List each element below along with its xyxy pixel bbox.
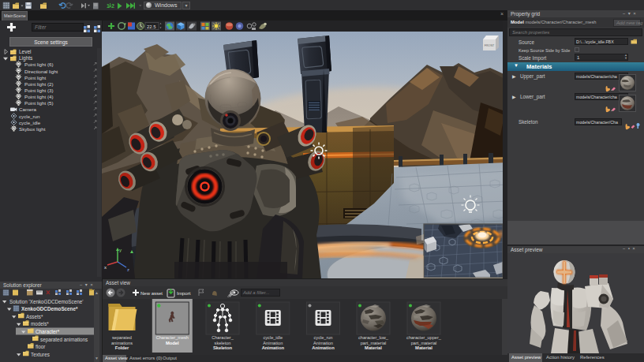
svg-text:Animation: Animation xyxy=(313,341,333,345)
svg-text:Material: Material xyxy=(365,345,382,350)
svg-text:2: 2 xyxy=(111,3,114,9)
svg-text:cycle_run: cycle_run xyxy=(19,114,40,119)
svg-text:22.5: 22.5 xyxy=(147,24,156,29)
svg-text:floor: floor xyxy=(36,344,45,349)
svg-text:Skeleton: Skeleton xyxy=(213,345,233,350)
svg-text:Material: Material xyxy=(415,345,432,350)
svg-text:Character_mesh: Character_mesh xyxy=(156,335,189,340)
svg-text:z: z xyxy=(127,267,129,272)
svg-text:cycle_idle: cycle_idle xyxy=(264,335,283,340)
svg-text:skeleton: skeleton xyxy=(215,341,231,345)
svg-text:part_material: part_material xyxy=(361,341,387,345)
svg-text:cycle_run: cycle_run xyxy=(314,335,333,340)
svg-text:Point light (3): Point light (3) xyxy=(24,88,53,93)
svg-text:Model: Model xyxy=(166,341,179,345)
svg-text:Point light (2): Point light (2) xyxy=(24,81,53,87)
svg-text:Point light (6): Point light (6) xyxy=(24,62,53,67)
svg-text:animations: animations xyxy=(111,341,133,345)
svg-text:Assets*: Assets* xyxy=(26,314,43,319)
svg-text:Textures: Textures xyxy=(31,352,50,357)
svg-text:Skybox light: Skybox light xyxy=(19,126,46,132)
svg-text:Character_: Character_ xyxy=(212,335,234,340)
svg-text:Point light: Point light xyxy=(24,75,46,80)
svg-text:New asset: New asset xyxy=(140,291,163,296)
svg-text:Lights: Lights xyxy=(19,55,33,62)
svg-text:Animation: Animation xyxy=(263,341,283,345)
svg-text:Import: Import xyxy=(177,290,191,296)
svg-text:Animation: Animation xyxy=(262,345,285,350)
svg-text:separated animations: separated animations xyxy=(40,337,88,343)
svg-text:character_upper_: character_upper_ xyxy=(406,335,442,340)
svg-text:character_low_: character_low_ xyxy=(358,335,389,340)
svg-text:models*: models* xyxy=(31,321,49,327)
svg-text:cycle_idle: cycle_idle xyxy=(19,120,41,125)
svg-text:FRONT: FRONT xyxy=(485,44,495,47)
svg-text:x: x xyxy=(104,265,107,270)
svg-text:Animation: Animation xyxy=(312,345,335,350)
svg-text:XenkoGDCDemoScene*: XenkoGDCDemoScene* xyxy=(21,306,78,312)
svg-text:Point light (4): Point light (4) xyxy=(24,94,53,99)
svg-text:part_material: part_material xyxy=(411,341,437,345)
svg-text:Camera: Camera xyxy=(19,106,37,112)
svg-text:Point light (5): Point light (5) xyxy=(24,100,53,106)
svg-text:Solution 'XenkoGDCDemoScene': Solution 'XenkoGDCDemoScene' xyxy=(9,299,83,304)
svg-text:Level: Level xyxy=(19,49,32,54)
svg-text:Character*: Character* xyxy=(36,329,60,334)
svg-text:separated: separated xyxy=(112,335,132,340)
svg-text:Folder: Folder xyxy=(115,345,129,350)
svg-text:y: y xyxy=(119,248,122,252)
svg-text:Directional light: Directional light xyxy=(24,69,58,74)
